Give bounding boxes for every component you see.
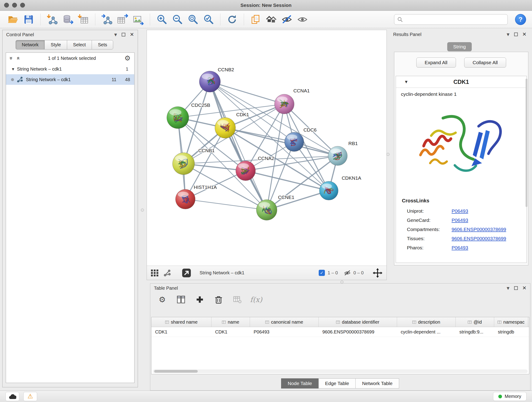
export-table-icon[interactable]	[115, 12, 130, 27]
table-settings-gear-icon[interactable]: ⚙	[157, 294, 167, 305]
column-header-namespac[interactable]: namespac	[494, 317, 528, 327]
import-network-database-icon[interactable]	[61, 12, 75, 27]
help-button[interactable]: ?	[515, 14, 526, 25]
table-cell[interactable]: P06493	[250, 327, 319, 337]
table-row[interactable]: CDK1CDK1P064939606.ENSP00000378699cyclin…	[152, 327, 529, 337]
scrollbar-thumb[interactable]	[154, 370, 198, 373]
panel-menu-icon[interactable]: ▾	[114, 32, 117, 37]
network-canvas[interactable]: CCNB2CCNA1CDC25BCDK1CDC6RB1CCNB1CCNA2CDK…	[147, 30, 386, 266]
delete-column-trash-icon[interactable]	[214, 294, 224, 305]
table-cell[interactable]: CDK1	[152, 327, 211, 337]
results-splitter-handle[interactable]	[386, 153, 389, 156]
crosslink-compartments-link[interactable]: 9606.ENSP00000378699	[452, 227, 506, 232]
function-builder-icon[interactable]: f(x)	[251, 294, 261, 305]
results-scrollbar[interactable]	[526, 79, 527, 207]
crosslink-row: Tissues:9606.ENSP00000378699	[396, 234, 526, 243]
expand-all-button[interactable]: Expand All	[416, 57, 456, 68]
cloud-status-button[interactable]	[6, 392, 19, 401]
hide-selected-eye-icon[interactable]	[280, 12, 294, 27]
fit-content-crosshair-icon[interactable]	[373, 268, 382, 278]
network-options-gear-icon[interactable]: ⚙	[124, 55, 131, 62]
search-input[interactable]	[394, 14, 508, 25]
warnings-button[interactable]: ⚠	[23, 392, 37, 401]
refresh-icon[interactable]	[225, 12, 239, 27]
node-count: 11	[105, 77, 116, 82]
table-horizontal-scrollbar[interactable]	[153, 370, 528, 373]
edge-cdk1-rb1[interactable]	[225, 128, 338, 156]
network-collection-row[interactable]: ▾ String Network – cdk1 1	[6, 64, 134, 74]
expand-tree-icon[interactable]: »	[8, 57, 14, 60]
tab-node-table[interactable]: Node Table	[281, 378, 319, 389]
column-header-description[interactable]: description	[397, 317, 456, 327]
export-image-icon[interactable]	[131, 12, 145, 27]
column-type-icon	[336, 321, 340, 324]
panel-close-icon[interactable]: ✕	[522, 32, 526, 37]
protein-structure-image	[411, 100, 512, 192]
tab-style[interactable]: Style	[44, 40, 67, 50]
tab-network-table[interactable]: Network Table	[355, 378, 399, 389]
zoom-window-button[interactable]	[20, 3, 25, 7]
show-all-eye-icon[interactable]	[295, 12, 310, 27]
panel-close-icon[interactable]: ✕	[522, 286, 526, 291]
tab-edge-table[interactable]: Edge Table	[318, 378, 356, 389]
panel-float-icon[interactable]	[122, 33, 125, 36]
column-header-name[interactable]: name	[211, 317, 250, 327]
crosslink-tissues-link[interactable]: 9606.ENSP00000378699	[452, 236, 506, 241]
home-view-icon[interactable]	[264, 12, 278, 27]
panel-menu-icon[interactable]: ▾	[507, 285, 510, 291]
vertical-splitter-handle[interactable]	[141, 209, 144, 211]
panel-close-icon[interactable]: ✕	[130, 32, 134, 37]
save-session-icon[interactable]	[22, 12, 36, 27]
control-panel-title: Control Panel	[6, 32, 34, 37]
column-header-shared-name[interactable]: shared name	[152, 317, 211, 327]
birds-eye-view-icon[interactable]	[151, 269, 159, 276]
column-header--id[interactable]: @id	[456, 317, 494, 327]
table-cell[interactable]: stringdb:9...	[456, 327, 494, 337]
string-results-box: Expand All Collapse All ▾ CDK1 cyclin-de…	[394, 52, 528, 265]
zoom-out-icon[interactable]	[170, 12, 184, 27]
panel-menu-icon[interactable]: ▾	[507, 32, 510, 37]
horizontal-splitter-handle[interactable]	[341, 281, 343, 283]
toolbar-separator	[244, 13, 244, 26]
minimize-window-button[interactable]	[12, 3, 17, 7]
string-network-icon[interactable]	[163, 269, 171, 277]
open-session-icon[interactable]	[6, 12, 20, 27]
network-row[interactable]: String Network – cdk1 11 48	[6, 74, 134, 85]
copy-icon[interactable]	[249, 12, 263, 27]
table-cell[interactable]: cyclin-dependent ...	[397, 327, 456, 337]
disclosure-triangle-icon[interactable]: ▾	[12, 66, 14, 72]
column-header-canonical-name[interactable]: canonical name	[250, 317, 319, 327]
crosslink-uniprot-link[interactable]: P06493	[452, 208, 468, 214]
gene-disclosure-icon[interactable]: ▾	[396, 79, 417, 85]
crosslink-genecard-link[interactable]: P06493	[452, 217, 468, 223]
tab-string[interactable]: String	[447, 42, 472, 51]
add-column-icon[interactable]	[195, 294, 205, 305]
edge-ccnb2-ccne1[interactable]	[210, 82, 267, 210]
tab-sets[interactable]: Sets	[92, 40, 113, 50]
export-network-icon[interactable]	[100, 12, 114, 27]
close-window-button[interactable]	[4, 3, 9, 7]
table-cell[interactable]: stringdb	[494, 327, 528, 337]
table-cell[interactable]: CDK1	[211, 327, 250, 337]
zoom-fit-icon[interactable]	[186, 12, 200, 27]
collapse-all-button[interactable]: Collapse All	[464, 57, 506, 68]
tab-network[interactable]: Network	[16, 40, 45, 50]
edge-hist1h1a-ccne1[interactable]	[185, 199, 267, 210]
table-cell[interactable]: 9606.ENSP00000378699	[319, 327, 397, 337]
zoom-selected-icon[interactable]	[201, 12, 215, 27]
import-network-file-icon[interactable]	[45, 12, 59, 27]
column-header-database-identifier[interactable]: database identifier	[319, 317, 397, 327]
memory-button[interactable]: Memory	[493, 392, 526, 401]
panel-float-icon[interactable]	[514, 32, 518, 36]
export-view-icon[interactable]	[182, 268, 191, 278]
tab-select[interactable]: Select	[67, 40, 92, 50]
zoom-in-icon[interactable]	[155, 12, 169, 27]
control-panel-tabs: NetworkStyleSelectSets	[16, 40, 138, 50]
crosslink-pharos-link[interactable]: P06493	[452, 245, 468, 250]
collapse-tree-icon[interactable]: »	[15, 57, 21, 60]
panel-float-icon[interactable]	[514, 286, 518, 290]
import-table-icon[interactable]	[76, 12, 90, 27]
show-columns-icon[interactable]	[176, 294, 186, 305]
edge-ccnb2-ccna1[interactable]	[210, 82, 284, 104]
selected-checkbox-icon[interactable]: ✓	[319, 270, 325, 276]
